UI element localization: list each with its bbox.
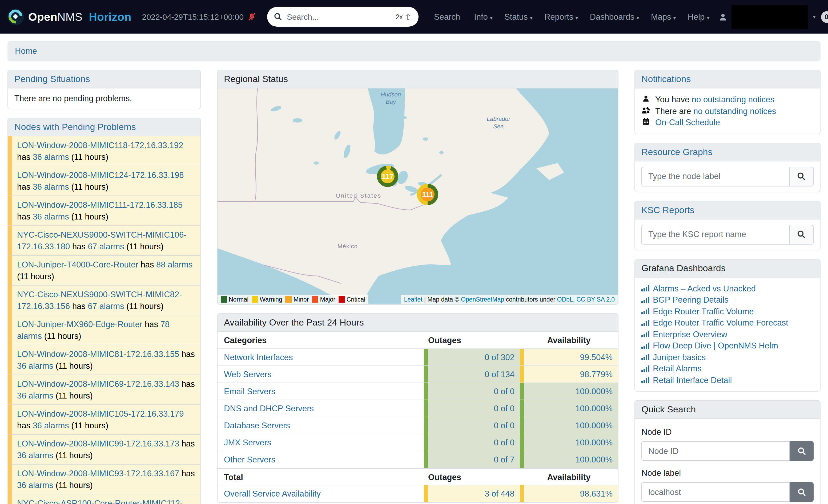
osm-link[interactable]: OpenStreetMap (461, 296, 504, 303)
node-link[interactable]: LON-Juniper-MX960-Edge-Router (17, 320, 142, 329)
cc-link[interactable]: CC BY-SA 2.0 (576, 296, 615, 303)
search-input[interactable] (287, 12, 391, 21)
chevron-down-icon[interactable]: ▾ (813, 14, 816, 20)
grafana-dashboard-link[interactable]: Flow Deep Dive | OpenNMS Helm (653, 340, 778, 351)
menu-item[interactable]: Status▾ (498, 12, 538, 21)
resource-graphs-input[interactable] (641, 167, 790, 186)
category-link[interactable]: Network Interfaces (224, 353, 293, 362)
node-link[interactable]: LON-Window-2008-MIMIC118-172.16.33.192 (17, 141, 183, 150)
node-link[interactable]: LON-Window-2008-MIMIC111-172.16.33.185 (17, 200, 182, 210)
oncall-schedule-link[interactable]: On-Call Schedule (655, 117, 720, 128)
severity-swatch (312, 296, 318, 303)
outages-cell: 0 of 134 (424, 366, 520, 382)
grafana-dashboard-link[interactable]: Juniper basics (653, 351, 706, 363)
category-link[interactable]: DNS and DHCP Servers (224, 404, 314, 413)
alarms-link[interactable]: 36 alarms (17, 391, 53, 400)
node-label-search-button[interactable] (790, 482, 814, 502)
alarms-link[interactable]: 36 alarms (33, 152, 69, 161)
brand-open: Open (28, 10, 57, 22)
grafana-dashboard-link[interactable]: BGP Peering Details (653, 294, 729, 306)
category-link[interactable]: Web Servers (224, 369, 272, 379)
pending-situations-title: Pending Situations (8, 70, 201, 88)
node-link[interactable]: NYC-Cisco-ASR100-Core-Router-MIMIC112-17… (17, 499, 182, 504)
alarms-link[interactable]: 36 alarms (33, 212, 69, 221)
breadcrumb-home-link[interactable]: Home (15, 46, 37, 55)
ksc-report-search-button[interactable] (790, 225, 814, 244)
alarms-link[interactable]: 36 alarms (17, 480, 53, 489)
outages-cell: 0 of 7 (424, 451, 520, 468)
list-item: Alarms – Acked vs Unacked (641, 283, 814, 294)
map-cluster-marker[interactable]: 111 (417, 184, 438, 205)
duration-text: (11 hours) (126, 242, 163, 251)
ksc-reports-panel: KSC Reports (634, 200, 821, 250)
grafana-dashboard-link[interactable]: Enterprise Overview (653, 328, 727, 340)
node-link[interactable]: LON-Window-2008-MIMIC81-172.16.33.155 (17, 350, 179, 359)
map-label-hudson-bay: HudsonBay (375, 91, 407, 105)
leaflet-link[interactable]: Leaflet (404, 296, 422, 303)
overall-availability-link[interactable]: Overall Service Availability (224, 489, 321, 498)
redacted-username[interactable] (731, 4, 808, 29)
table-row: JMX Servers 0 of 0 100.000% (217, 434, 618, 451)
outages-cell: 3 of 448 (424, 485, 520, 502)
legend-item: Warning (252, 296, 282, 303)
grafana-dashboard-link[interactable]: Alarms – Acked vs Unacked (653, 283, 756, 294)
list-item: LON-Window-2008-MIMIC124-172.16.33.198 h… (8, 166, 201, 195)
ksc-report-input[interactable] (641, 225, 790, 244)
search-icon (274, 13, 282, 21)
resource-graphs-search-button[interactable] (790, 167, 814, 186)
user-notices-link[interactable]: no outstanding notices (692, 95, 775, 104)
shift-arrow-icon: ⇧ (405, 12, 412, 21)
category-link[interactable]: Email Servers (224, 386, 275, 396)
alarms-link[interactable]: 36 alarms (33, 182, 69, 191)
node-id-search-button[interactable] (790, 441, 814, 461)
availability-cell: 100.000% (520, 400, 618, 417)
duration-text: (11 hours) (71, 421, 108, 430)
node-link[interactable]: LON-Window-2008-MIMIC93-172.16.33.167 (17, 469, 179, 478)
node-id-input[interactable] (641, 441, 790, 461)
map-cluster-marker[interactable]: 117 (377, 166, 398, 187)
list-item: Edge Router Traffic Volume (641, 306, 814, 317)
grafana-dashboard-link[interactable]: Retail Alarms (653, 363, 702, 374)
grafana-dashboard-link[interactable]: Edge Router Traffic Volume Forecast (653, 317, 788, 328)
outages-cell: 0 of 302 (424, 349, 520, 365)
map-label-mexico: México (337, 243, 358, 249)
menu-item[interactable]: Reports▾ (538, 12, 584, 21)
grafana-dashboard-link[interactable]: Retail Interface Detail (653, 374, 732, 386)
odbl-link[interactable]: ODbL (557, 296, 573, 303)
alarms-link[interactable]: 36 alarms (33, 421, 69, 430)
list-item: LON-Window-2008-MIMIC111-172.16.33.185 h… (8, 195, 201, 225)
list-item: Retail Interface Detail (641, 374, 814, 386)
grafana-dashboard-link[interactable]: Edge Router Traffic Volume (653, 306, 754, 317)
alarms-link[interactable]: 36 alarms (17, 451, 53, 460)
availability-header-row: Categories Outages Availability (217, 332, 618, 349)
menu-item[interactable]: Maps▾ (645, 12, 682, 21)
category-link[interactable]: Database Servers (224, 421, 290, 430)
node-label-input[interactable] (641, 482, 790, 502)
all-notices-link[interactable]: no outstanding notices (693, 106, 776, 116)
alarms-link[interactable]: 88 alarms (156, 260, 193, 269)
node-link[interactable]: LON-Juniper-T4000-Core-Router (17, 260, 138, 269)
availability-cell: 100.000% (520, 417, 618, 434)
alarms-link[interactable]: 67 alarms (88, 242, 124, 251)
duration-text: (11 hours) (71, 182, 108, 191)
menu-item[interactable]: Dashboards▾ (584, 12, 645, 21)
node-link[interactable]: LON-Window-2008-MIMIC99-172.16.33.173 (17, 439, 179, 448)
main-menu: Search Info▾ Status▾ Reports▾ Dashboards… (428, 12, 715, 21)
regional-status-title: Regional Status (217, 70, 618, 88)
alarms-link[interactable]: 67 alarms (88, 301, 124, 310)
chevron-down-icon: ▾ (673, 15, 676, 20)
category-link[interactable]: Other Servers (224, 455, 275, 464)
node-link[interactable]: LON-Window-2008-MIMIC124-172.16.33.198 (17, 171, 184, 180)
table-row: Email Servers 0 of 0 100.000% (217, 383, 618, 400)
notifications-panel: Notifications You have no outstanding no… (634, 70, 821, 134)
regional-status-map[interactable]: HudsonBay LabradorSea United States Méxi… (217, 88, 618, 304)
menu-item[interactable]: Search (428, 12, 468, 21)
brand[interactable]: OpenNMS Horizon (7, 8, 131, 25)
category-link[interactable]: JMX Servers (224, 438, 271, 447)
notice-count-badge[interactable]: 0 (821, 11, 828, 22)
menu-item[interactable]: Info▾ (468, 12, 498, 21)
alarms-link[interactable]: 36 alarms (17, 361, 53, 370)
menu-item[interactable]: Help▾ (682, 12, 715, 21)
node-link[interactable]: LON-Window-2008-MIMIC69-172.16.33.143 (17, 379, 179, 388)
node-link[interactable]: LON-Window-2008-MIMIC105-172.16.33.179 (17, 409, 184, 418)
